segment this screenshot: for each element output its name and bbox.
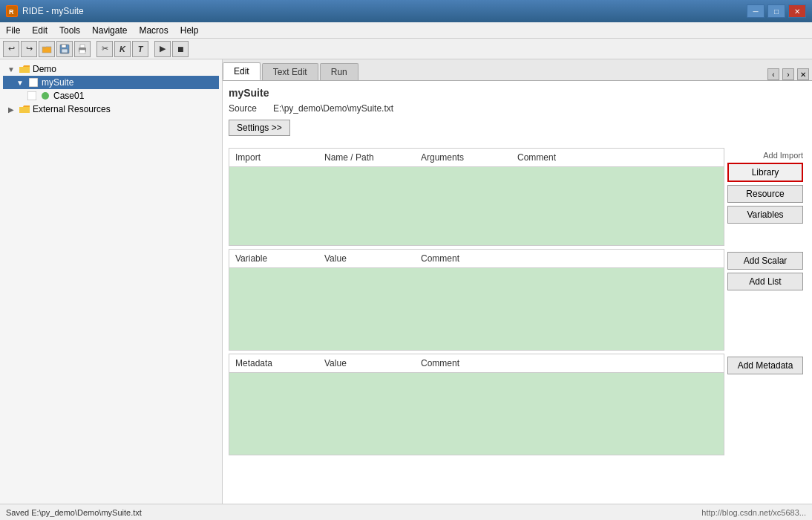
- metadata-buttons-panel: Add Metadata: [724, 354, 806, 455]
- var-col-variable: Variable: [229, 252, 318, 265]
- import-section: Import Name / Path Arguments Comment Add…: [229, 148, 806, 246]
- green-dot-case01: [40, 91, 50, 101]
- menu-tools[interactable]: Tools: [53, 24, 86, 37]
- titlebar-title: RIDE - mySuite: [22, 6, 84, 16]
- library-button[interactable]: Library: [727, 163, 803, 182]
- add-import-label: Add Import: [727, 151, 803, 160]
- add-list-button[interactable]: Add List: [727, 273, 803, 290]
- toolbar-T[interactable]: T: [132, 41, 148, 57]
- metadata-table-container: Metadata Value Comment: [229, 354, 724, 455]
- statusbar: Saved E:\py_demo\Demo\mySuite.txt http:/…: [0, 504, 812, 520]
- import-col-comment: Comment: [511, 151, 724, 164]
- expand-icon: ▼: [6, 64, 16, 74]
- variable-table-container: Variable Value Comment: [229, 249, 724, 351]
- toolbar-back[interactable]: ↩: [3, 41, 19, 57]
- metadata-table-body: [229, 373, 724, 455]
- tree-item-mysuite[interactable]: ▼ mySuite: [3, 76, 219, 89]
- svg-rect-8: [79, 50, 85, 53]
- minimize-button[interactable]: ─: [747, 4, 764, 18]
- titlebar-left: R RIDE - mySuite: [6, 5, 84, 17]
- tab-text-edit[interactable]: Text Edit: [262, 63, 318, 80]
- expand-icon-external: ▶: [6, 104, 16, 114]
- var-col-comment: Comment: [415, 252, 724, 265]
- source-row: Source E:\py_demo\Demo\mySuite.txt: [229, 103, 806, 114]
- import-col-import: Import: [229, 151, 318, 164]
- resource-button[interactable]: Resource: [727, 185, 803, 203]
- toolbar-open[interactable]: [39, 41, 55, 57]
- toolbar-cut[interactable]: ✂: [96, 41, 113, 57]
- titlebar-controls: ─ □ ✕: [747, 4, 806, 18]
- menu-navigate[interactable]: Navigate: [86, 24, 133, 37]
- tree-label-external: External Resources: [33, 104, 111, 114]
- toolbar: ↩ ↪ ✂ K T ▶ ⏹: [0, 39, 812, 59]
- statusbar-left: Saved E:\py_demo\Demo\mySuite.txt: [6, 508, 142, 517]
- meta-col-value: Value: [318, 357, 415, 370]
- toolbar-print[interactable]: [74, 41, 91, 57]
- import-table-body: [229, 167, 724, 245]
- menubar: File Edit Tools Navigate Macros Help: [0, 22, 812, 39]
- toolbar-stop[interactable]: ⏹: [172, 41, 189, 57]
- settings-button[interactable]: Settings >>: [229, 120, 290, 136]
- app-icon: R: [6, 5, 18, 17]
- content-panel: Edit Text Edit Run ‹ › ✕ mySuite Source …: [223, 59, 812, 504]
- folder-icon-demo: [19, 64, 30, 74]
- import-buttons-panel: Add Import Library Resource Variables: [724, 148, 806, 246]
- tab-run[interactable]: Run: [320, 63, 358, 80]
- add-metadata-button[interactable]: Add Metadata: [727, 357, 803, 374]
- meta-col-comment: Comment: [415, 357, 724, 370]
- variable-section: Variable Value Comment Add Scalar Add Li…: [229, 249, 806, 351]
- menu-help[interactable]: Help: [174, 24, 205, 37]
- source-value: E:\py_demo\Demo\mySuite.txt: [273, 103, 393, 114]
- svg-rect-4: [62, 45, 66, 48]
- tree-item-demo[interactable]: ▼ Demo: [3, 62, 219, 76]
- toolbar-save[interactable]: [56, 41, 73, 57]
- svg-text:R: R: [9, 8, 14, 16]
- var-col-value: Value: [318, 252, 415, 265]
- sidebar: ▼ Demo ▼ mySuite Case01 ▶: [0, 59, 223, 504]
- toolbar-run[interactable]: ▶: [154, 41, 171, 57]
- tab-nav-left[interactable]: ‹: [767, 68, 779, 80]
- menu-edit[interactable]: Edit: [26, 24, 53, 37]
- statusbar-right: http://blog.csdn.net/xc5683...: [701, 508, 806, 517]
- svg-rect-10: [27, 91, 36, 100]
- folder-icon-external: [19, 104, 30, 114]
- menu-macros[interactable]: Macros: [133, 24, 174, 37]
- tree-item-case01[interactable]: Case01: [3, 89, 219, 103]
- file-icon-case01: [27, 91, 37, 101]
- expand-icon-mysuite: ▼: [15, 77, 25, 88]
- tree-label-case01: Case01: [53, 91, 84, 101]
- toolbar-K[interactable]: K: [114, 41, 131, 57]
- tab-nav: ‹ › ✕: [764, 68, 812, 80]
- toolbar-forward[interactable]: ↪: [21, 41, 37, 57]
- tree-label-demo: Demo: [33, 64, 56, 74]
- svg-rect-5: [62, 49, 68, 53]
- main-layout: ▼ Demo ▼ mySuite Case01 ▶: [0, 59, 812, 504]
- svg-rect-2: [42, 47, 51, 53]
- variable-buttons-panel: Add Scalar Add List: [724, 249, 806, 351]
- variables-button[interactable]: Variables: [727, 206, 803, 224]
- tree-item-external-resources[interactable]: ▶ External Resources: [3, 103, 219, 116]
- variable-table-body: [229, 268, 724, 350]
- metadata-section: Metadata Value Comment Add Metadata: [229, 354, 806, 455]
- add-scalar-button[interactable]: Add Scalar: [727, 252, 803, 270]
- close-button[interactable]: ✕: [788, 4, 806, 18]
- tree-label-mysuite: mySuite: [42, 77, 73, 88]
- svg-rect-9: [29, 78, 38, 87]
- tab-bar: Edit Text Edit Run ‹ › ✕: [223, 59, 812, 81]
- import-col-arguments: Arguments: [415, 151, 511, 164]
- tab-close[interactable]: ✕: [797, 68, 809, 80]
- source-label: Source: [229, 103, 273, 114]
- tab-nav-right-btn[interactable]: ›: [782, 68, 794, 80]
- maximize-button[interactable]: □: [767, 4, 785, 18]
- titlebar: R RIDE - mySuite ─ □ ✕: [0, 0, 812, 22]
- suite-title: mySuite: [229, 87, 806, 99]
- tab-edit[interactable]: Edit: [223, 62, 261, 80]
- import-col-name: Name / Path: [318, 151, 415, 164]
- meta-col-metadata: Metadata: [229, 357, 318, 370]
- editor-panel: mySuite Source E:\py_demo\Demo\mySuite.t…: [223, 81, 812, 504]
- suite-icon: [28, 77, 39, 88]
- svg-rect-7: [80, 45, 85, 48]
- import-table-container: Import Name / Path Arguments Comment: [229, 148, 724, 246]
- menu-file[interactable]: File: [0, 24, 26, 37]
